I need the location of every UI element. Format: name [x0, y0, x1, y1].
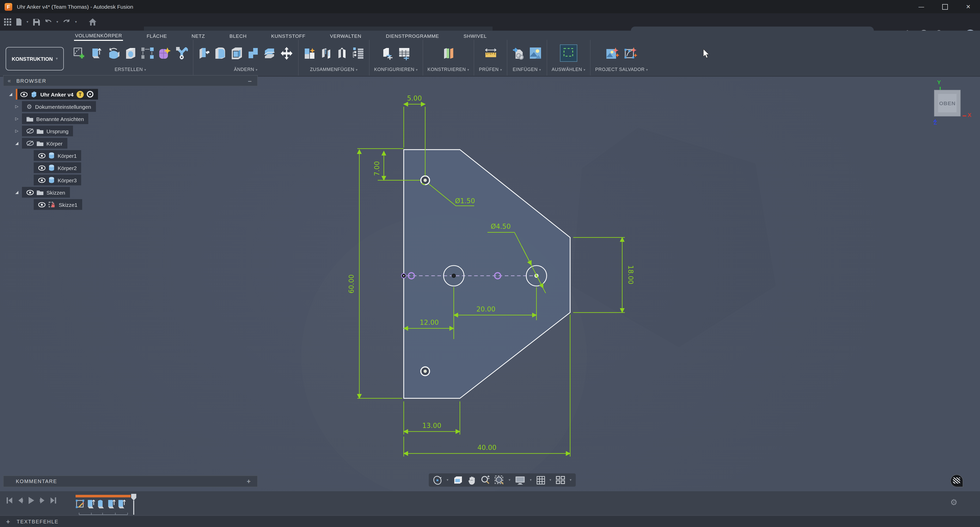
maximize-button[interactable] [933, 0, 956, 13]
minimize-panel-icon[interactable]: – [248, 77, 252, 84]
tree-item-label[interactable]: Skizze1 [59, 201, 78, 208]
assistant-chat-bubble-icon[interactable] [950, 474, 963, 487]
tree-item-label[interactable]: Körper [46, 140, 62, 146]
eye-visible-icon[interactable] [27, 190, 34, 195]
ribbon-tab-kunststoff[interactable]: KUNSTSTOFF [270, 32, 307, 40]
konstruktion-mode-button[interactable]: KONSTRUKTION▾ [6, 47, 64, 70]
eye-visible-icon[interactable] [38, 177, 45, 183]
file-menu-caret[interactable]: ▾ [27, 20, 28, 24]
tree-row-koerper[interactable]: ◢ Körper [14, 138, 67, 149]
group-label-auswaehlen[interactable]: AUSWÄHLEN ▾ [552, 67, 586, 72]
ribbon-tab-volumenkoerper[interactable]: VOLUMENKÖRPER [74, 32, 123, 41]
redo-icon[interactable] [63, 19, 70, 25]
fillet-icon[interactable] [214, 46, 227, 60]
tree-row-skizze1[interactable]: Skizze1 [34, 199, 82, 210]
tree-item-label[interactable]: Körper1 [58, 153, 77, 159]
revolve-icon[interactable] [107, 46, 121, 60]
tree-item-label[interactable]: Benannte Ansichten [36, 116, 84, 122]
collapsed-triangle-icon[interactable]: ▷ [14, 104, 19, 109]
timeline-go-to-end-icon[interactable] [50, 497, 57, 506]
undo-caret[interactable]: ▾ [56, 20, 58, 24]
look-at-icon[interactable] [453, 476, 463, 484]
app-grid-icon[interactable] [4, 18, 11, 25]
group-label-erstellen[interactable]: ERSTELLEN ▾ [115, 67, 146, 72]
ribbon-tab-flaeche[interactable]: FLÄCHE [146, 32, 168, 40]
timeline-go-to-start-icon[interactable] [6, 497, 13, 506]
configuration-table-icon[interactable] [398, 46, 411, 60]
combine-icon[interactable] [247, 46, 259, 60]
expand-textcommands-icon[interactable]: + [6, 517, 11, 525]
zoom-window-icon[interactable] [494, 475, 504, 485]
tree-item-label[interactable]: Skizzen [46, 189, 65, 195]
orbit-icon[interactable] [433, 476, 442, 484]
add-comment-icon[interactable]: + [247, 478, 251, 485]
pan-hand-icon[interactable] [467, 476, 476, 484]
eye-visible-icon[interactable] [21, 92, 27, 97]
comments-panel-header[interactable]: KOMMENTARE + [3, 475, 258, 487]
eye-visible-icon[interactable] [38, 165, 45, 170]
timeline-step-forward-icon[interactable] [39, 497, 45, 506]
viewports-caret[interactable]: ▾ [570, 478, 571, 482]
group-label-project-salvador[interactable]: PROJECT SALVADOR ▾ [595, 67, 648, 72]
grid-caret[interactable]: ▾ [549, 478, 551, 482]
pipe-icon[interactable] [175, 46, 188, 60]
ai-sketch-icon[interactable] [624, 46, 638, 60]
create-sketch-icon[interactable] [73, 46, 86, 60]
group-label-konfigurieren[interactable]: KONFIGURIEREN ▾ [374, 67, 418, 72]
browser-panel-header[interactable]: « BROWSER – [3, 75, 258, 86]
extrude-icon[interactable] [90, 46, 103, 60]
expand-triangle-icon[interactable]: ◢ [14, 190, 19, 194]
ribbon-tab-shwivel[interactable]: SHWIVEL [463, 32, 488, 40]
tree-item-label[interactable]: Uhr Anker v4 [40, 91, 73, 97]
undo-icon[interactable] [44, 19, 52, 25]
joint-icon[interactable] [321, 46, 333, 60]
tree-row-skizzen[interactable]: ◢ Skizzen [14, 187, 70, 197]
ribbon-tab-blech[interactable]: BLECH [228, 32, 248, 40]
orbit-caret[interactable]: ▾ [447, 478, 449, 482]
construction-plane-icon[interactable] [442, 46, 455, 60]
configure-component-icon[interactable] [381, 46, 394, 60]
model-canvas[interactable] [0, 76, 980, 491]
redo-caret[interactable]: ▾ [75, 20, 77, 24]
tree-row-benannte-ansichten[interactable]: ▷ Benannte Ansichten [14, 113, 89, 124]
zoom-window-caret[interactable]: ▾ [509, 478, 511, 482]
move-icon[interactable] [280, 46, 293, 60]
tree-item-label[interactable]: Ursprung [46, 128, 68, 134]
display-settings-caret[interactable]: ▾ [530, 478, 531, 482]
expand-triangle-icon[interactable]: ◢ [8, 92, 13, 97]
group-label-aendern[interactable]: ÄNDERN ▾ [234, 67, 258, 72]
select-tool-active-box[interactable] [560, 45, 577, 62]
pattern-icon[interactable] [141, 46, 154, 60]
group-label-zusammenfuegen[interactable]: ZUSAMMENFÜGEN ▾ [310, 67, 358, 72]
timeline-play-icon[interactable] [28, 496, 35, 506]
grid-icon[interactable] [536, 476, 545, 484]
expand-triangle-icon[interactable]: ◢ [14, 141, 19, 145]
bom-icon[interactable] [352, 46, 364, 60]
ribbon-tab-netz[interactable]: NETZ [190, 32, 206, 40]
hole-icon[interactable] [124, 46, 137, 60]
tree-row-ursprung[interactable]: ▷ Ursprung [14, 126, 73, 136]
tree-item-label[interactable]: Körper3 [58, 177, 77, 183]
save-icon[interactable] [33, 19, 40, 25]
as-built-joint-icon[interactable] [337, 46, 348, 60]
collapsed-triangle-icon[interactable]: ▷ [14, 129, 19, 133]
eye-visible-icon[interactable] [38, 202, 45, 207]
tree-row-koerper3[interactable]: Körper3 [34, 175, 81, 185]
display-settings-icon[interactable] [515, 476, 525, 484]
zoom-icon[interactable] [480, 475, 490, 485]
text-commands-bar[interactable]: + TEXTBEFEHLE [0, 515, 980, 527]
offset-face-icon[interactable] [263, 46, 276, 60]
home-icon[interactable] [89, 18, 96, 25]
ribbon-tab-verwalten[interactable]: VERWALTEN [329, 32, 363, 40]
group-label-einfuegen[interactable]: EINFÜGEN ▾ [513, 67, 541, 72]
measure-icon[interactable] [484, 46, 497, 60]
tree-item-label[interactable]: Körper2 [58, 165, 77, 171]
tree-row-koerper2[interactable]: Körper2 [34, 162, 81, 173]
eye-visible-icon[interactable] [38, 153, 45, 158]
minimize-button[interactable]: — [910, 0, 933, 13]
insert-image-icon[interactable] [529, 46, 542, 60]
press-pull-icon[interactable] [198, 46, 210, 60]
eye-hidden-icon[interactable] [27, 140, 34, 146]
tree-row-root[interactable]: ◢ Uhr Anker v4 T [8, 89, 98, 100]
viewports-icon[interactable] [556, 476, 565, 484]
